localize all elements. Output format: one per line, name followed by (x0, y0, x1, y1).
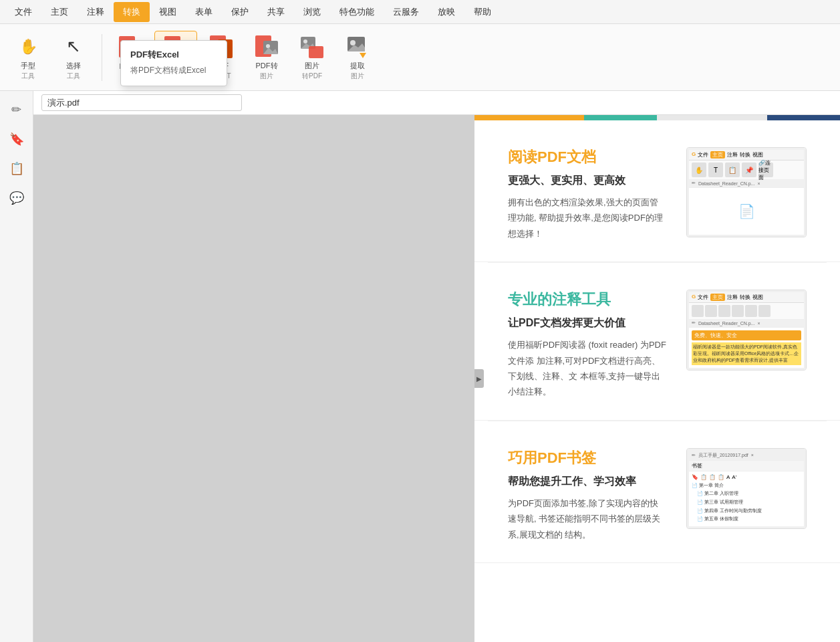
section1-img: G 文件主页 注释转换视图 ✋ T 📋 📌 🔗连接页面 ✏ Datasheet_… (686, 147, 807, 237)
left-panel: ▶ (33, 115, 474, 642)
main-area: ▶ 阅读PDF文档 更强大、更实用、更高效 拥有出色的文档渲染效果,强大的页面管… (33, 115, 840, 642)
hand-tool-sublabel: 工具 (21, 72, 35, 81)
pdf-section-annotate: 专业的注释工具 让PDF文档发挥更大价值 使用福昕PDF阅读器 (foxit r… (474, 263, 840, 421)
pdf-image-label: PDF转 (256, 62, 278, 70)
address-bar (33, 91, 840, 115)
section2-img: G 文件主页 注释转换视图 ✏ Datasheet_Read (686, 290, 807, 370)
select-icon: ↖ (60, 33, 87, 60)
section1-subtitle: 更强大、更实用、更高效 (508, 174, 666, 188)
file-path-input[interactable] (41, 94, 242, 111)
menu-help[interactable]: 帮助 (464, 2, 501, 22)
menu-convert[interactable]: 转换 (114, 2, 150, 22)
select-tool-sublabel: 工具 (67, 72, 80, 81)
color-seg-gray (657, 115, 766, 120)
svg-point-11 (266, 44, 270, 48)
image-to-pdf-button[interactable]: 图片 转PDF (291, 31, 333, 84)
section3-title: 巧用PDF书签 (508, 448, 666, 468)
select-tool-label: 选择 (66, 62, 81, 70)
section3-img: ✏ 员工手册_20120917.pdf × 书签 🔖📋📋📋AA' 📄 第一章 简… (686, 448, 807, 529)
color-bar-top (474, 115, 840, 120)
section2-body: 使用福昕PDF阅读器 (foxit reader) 为PDF文件添 加注释,可对… (508, 337, 666, 400)
menu-cloud[interactable]: 云服务 (384, 2, 428, 22)
section1-text: 阅读PDF文档 更强大、更实用、更高效 拥有出色的文档渲染效果,强大的页面管理功… (508, 147, 666, 241)
collapse-arrow[interactable]: ▶ (474, 369, 484, 388)
tooltip-desc: 将PDF文档转成Excel (121, 64, 227, 80)
sidebar-pencil[interactable]: ✏ (5, 98, 29, 122)
section2-highlight: 免费、快速、安全 (692, 330, 801, 340)
pdf-section-read: 阅读PDF文档 更强大、更实用、更高效 拥有出色的文档渲染效果,强大的页面管理功… (474, 120, 840, 262)
section3-subtitle: 帮助您提升工作、学习效率 (508, 475, 666, 489)
hand-tool-label: 手型 (21, 62, 35, 70)
pdf-image-sublabel: 图片 (260, 72, 273, 81)
select-tool-button[interactable]: ↖ 选择 工具 (52, 31, 95, 84)
extract-sublabel: 图片 (351, 72, 364, 81)
color-seg-teal (584, 115, 657, 120)
section3-body: 为PDF页面添加书签,除了实现内容的快速导航, 书签还能指明不同书签的层级关系,… (508, 496, 666, 542)
color-seg-orange (474, 115, 584, 120)
pdf-image-icon (253, 33, 280, 60)
pdf-section-bookmark: 巧用PDF书签 帮助您提升工作、学习效率 为PDF页面添加书签,除了实现内容的快… (474, 421, 840, 563)
extract-label: 提取 (350, 62, 365, 70)
section1-body: 拥有出色的文档渲染效果,强大的页面管理功能, 帮助提升效率,是您阅读PDF的理想… (508, 195, 666, 241)
tooltip-title: PDF转Excel (121, 46, 227, 64)
svg-point-18 (350, 40, 356, 45)
color-seg-blue (767, 115, 840, 120)
extract-icon (344, 33, 371, 60)
toolbar-divider1 (102, 34, 102, 81)
extract-image-button[interactable]: 提取 图片 (336, 31, 379, 84)
image-pdf-sublabel: 转PDF (302, 72, 322, 81)
mini-filename2: Datasheet_Reader_CN.p... (698, 321, 754, 326)
sidebar: ✏ 🔖 📋 💬 (0, 91, 33, 642)
image-pdf-label: 图片 (305, 62, 319, 70)
menu-share[interactable]: 共享 (258, 2, 294, 22)
bottom-spacer (474, 563, 840, 583)
menu-present[interactable]: 放映 (428, 2, 464, 22)
hand-tool-button[interactable]: ✋ 手型 工具 (7, 31, 49, 84)
menubar: 文件 主页 注释 转换 视图 表单 保护 共享 浏览 特色功能 云服务 放映 帮… (0, 0, 840, 24)
sidebar-comment[interactable]: 💬 (5, 186, 29, 210)
image-pdf-icon (299, 33, 325, 60)
svg-point-14 (303, 39, 307, 43)
section2-subtitle: 让PDF文档发挥更大价值 (508, 316, 666, 330)
section3-text: 巧用PDF书签 帮助您提升工作、学习效率 为PDF页面添加书签,除了实现内容的快… (508, 448, 666, 542)
menu-browse[interactable]: 浏览 (294, 2, 330, 22)
menu-home[interactable]: 主页 (41, 2, 78, 22)
tooltip-dropdown: PDF转Excel 将PDF文档转成Excel (120, 40, 227, 86)
pdf-preview-panel[interactable]: 阅读PDF文档 更强大、更实用、更高效 拥有出色的文档渲染效果,强大的页面管理功… (474, 115, 840, 642)
menu-feature[interactable]: 特色功能 (330, 2, 384, 22)
svg-marker-20 (360, 53, 366, 58)
mini-filename3: 员工手册_20120917.pdf (698, 452, 748, 459)
section2-text: 专业的注释工具 让PDF文档发挥更大价值 使用福昕PDF阅读器 (foxit r… (508, 290, 666, 400)
svg-rect-16 (309, 46, 323, 58)
sidebar-bookmark[interactable]: 🔖 (5, 127, 29, 151)
mini-filename1: Datasheet_Reader_CN.p... (698, 181, 754, 186)
pdf-to-image-button[interactable]: PDF转 图片 (245, 31, 288, 84)
menu-view[interactable]: 视图 (150, 2, 186, 22)
hand-icon: ✋ (15, 33, 41, 60)
sidebar-pages[interactable]: 📋 (5, 156, 29, 181)
menu-protect[interactable]: 保护 (222, 2, 258, 22)
menu-file[interactable]: 文件 (5, 2, 41, 22)
section2-title: 专业的注释工具 (508, 290, 666, 310)
menu-form[interactable]: 表单 (186, 2, 222, 22)
menu-annotate[interactable]: 注释 (78, 2, 114, 22)
section1-title: 阅读PDF文档 (508, 147, 666, 167)
